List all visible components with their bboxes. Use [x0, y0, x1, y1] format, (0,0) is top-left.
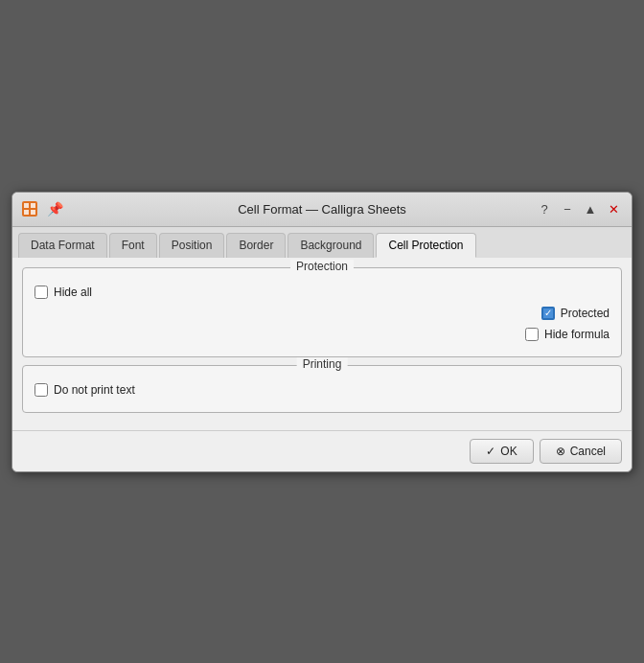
tab-cell-protection[interactable]: Cell Protection — [376, 233, 475, 258]
app-icon — [20, 199, 39, 218]
protection-group: Protection Hide all Protected Hide formu… — [22, 267, 622, 357]
ok-icon: ✓ — [486, 445, 495, 458]
protection-group-title: Protection — [290, 260, 354, 273]
do-not-print-row: Do not print text — [34, 379, 610, 400]
hide-formula-label[interactable]: Hide formula — [544, 328, 610, 341]
hide-all-label[interactable]: Hide all — [54, 286, 92, 299]
tab-font[interactable]: Font — [109, 233, 157, 258]
hide-all-row: Hide all — [34, 282, 610, 303]
titlebar: 📌 Cell Format — Calligra Sheets ? − ▲ ✕ — [12, 193, 632, 227]
window-title: Cell Format — Calligra Sheets — [238, 202, 406, 217]
tabs-bar: Data Format Font Position Border Backgro… — [12, 227, 632, 258]
svg-rect-1 — [24, 203, 29, 208]
cancel-icon: ⊗ — [556, 445, 565, 458]
svg-rect-2 — [31, 203, 35, 208]
pin-icon: 📌 — [47, 201, 63, 217]
content-area: Protection Hide all Protected Hide formu… — [12, 258, 632, 430]
main-window: 📌 Cell Format — Calligra Sheets ? − ▲ ✕ … — [12, 192, 632, 472]
tab-position[interactable]: Position — [159, 233, 225, 258]
svg-rect-3 — [24, 210, 29, 215]
svg-rect-4 — [31, 210, 35, 215]
printing-group: Printing Do not print text — [22, 365, 622, 413]
window-controls: ? − ▲ ✕ — [534, 198, 624, 219]
hide-all-checkbox[interactable] — [34, 286, 48, 299]
printing-content: Do not print text — [34, 374, 610, 400]
protected-row: Protected — [34, 303, 610, 324]
tab-background[interactable]: Background — [288, 233, 374, 258]
footer: ✓ OK ⊗ Cancel — [12, 430, 632, 471]
printing-group-title: Printing — [297, 357, 348, 371]
protected-label[interactable]: Protected — [561, 307, 610, 320]
do-not-print-label[interactable]: Do not print text — [54, 383, 135, 397]
tab-border[interactable]: Border — [226, 233, 286, 258]
ok-label: OK — [500, 445, 517, 458]
protected-checkbox-checked[interactable] — [541, 307, 555, 320]
help-button[interactable]: ? — [534, 198, 555, 219]
tab-data-format[interactable]: Data Format — [18, 233, 107, 258]
protection-content: Hide all Protected Hide formula — [34, 276, 610, 345]
close-button[interactable]: ✕ — [603, 198, 624, 219]
do-not-print-checkbox[interactable] — [34, 383, 48, 397]
minimize-button[interactable]: − — [557, 198, 578, 219]
hide-formula-checkbox[interactable] — [525, 328, 539, 341]
hide-formula-row: Hide formula — [34, 324, 610, 345]
cancel-button[interactable]: ⊗ Cancel — [540, 439, 622, 464]
cancel-label: Cancel — [570, 445, 606, 458]
maximize-button[interactable]: ▲ — [580, 198, 601, 219]
ok-button[interactable]: ✓ OK — [470, 439, 533, 464]
